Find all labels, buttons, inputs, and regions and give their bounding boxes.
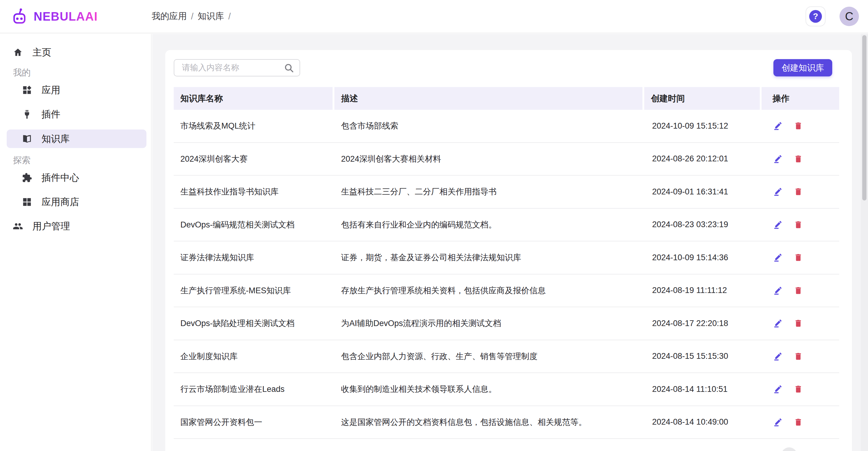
kb-created-cell: 2024-09-01 16:31:41 (644, 187, 760, 197)
sidebar-item-plugin-center[interactable]: 插件中心 (0, 169, 151, 186)
table-header-row: 知识库名称 描述 创建时间 操作 (174, 87, 839, 110)
edit-pencil-icon (773, 253, 782, 262)
sidebar-item-home[interactable]: 主页 (0, 44, 151, 61)
table-row: 生产执行管理系统-MES知识库 存放生产执行管理系统相关资料，包括供应商及报价信… (174, 274, 839, 307)
delete-button[interactable] (793, 121, 803, 131)
puzzle-icon (22, 173, 32, 183)
edit-button[interactable] (773, 186, 783, 197)
plug-icon (22, 109, 32, 120)
table-row: 企业制度知识库 包含企业内部人力资源、行政、生产、销售等管理制度 2024-08… (174, 340, 839, 373)
kb-desc-cell: 这是国家管网公开的文档资料信息包，包括设施信息、相关规范等。 (334, 417, 643, 428)
kb-created-cell: 2024-08-14 11:10:51 (644, 385, 760, 394)
edit-button[interactable] (773, 121, 783, 131)
kb-created-cell: 2024-08-14 10:49:00 (644, 417, 760, 427)
kb-name-cell: DevOps-缺陷处理相关测试文档 (174, 318, 333, 329)
edit-button[interactable] (773, 285, 783, 296)
col-header-created: 创建时间 (644, 87, 760, 110)
apps-icon (22, 85, 32, 95)
book-icon (22, 134, 32, 144)
help-button[interactable]: ? (806, 6, 826, 26)
kb-desc-cell: 2024深圳创客大赛相关材料 (334, 153, 643, 164)
sidebar-item-label: 知识库 (41, 132, 70, 145)
page-scrollbar-track[interactable] (861, 34, 868, 451)
kb-actions-cell (762, 121, 839, 131)
table-row: 2024深圳创客大赛 2024深圳创客大赛相关材料 2024-08-26 20:… (174, 143, 839, 176)
breadcrumb-my-apps[interactable]: 我的应用 (152, 10, 187, 23)
home-icon (13, 47, 23, 58)
main-area: 创建知识库 知识库名称 描述 创建时间 操作 市场线索及MQL统计 包含市场部线… (152, 34, 868, 451)
kb-created-cell: 2024-08-19 11:11:12 (644, 286, 760, 295)
avatar[interactable]: C (839, 7, 859, 26)
delete-button[interactable] (793, 252, 803, 263)
sidebar-item-label: 主页 (32, 46, 51, 59)
app-root: NEBULAAI 我的应用 / 知识库 / ? C 主页 我的 应用 (0, 0, 868, 451)
edit-button[interactable] (773, 351, 783, 362)
sidebar-item-knowledge-base[interactable]: 知识库 (7, 129, 147, 148)
edit-button[interactable] (773, 252, 783, 263)
kb-actions-cell (762, 186, 839, 197)
delete-button[interactable] (793, 384, 803, 394)
edit-pencil-icon (773, 154, 782, 163)
kb-created-cell: 2024-10-09 15:14:36 (644, 253, 760, 262)
trash-icon (794, 121, 803, 130)
kb-name-cell: 证券法律法规知识库 (174, 252, 333, 263)
edit-pencil-icon (773, 418, 782, 427)
users-icon (13, 221, 23, 232)
search-icon[interactable] (284, 63, 294, 73)
kb-desc-cell: 存放生产执行管理系统相关资料，包括供应商及报价信息 (334, 285, 643, 296)
kb-created-cell: 2024-08-26 20:12:01 (644, 154, 760, 163)
kb-desc-cell: 为AI辅助DevOps流程演示用的相关测试文档 (334, 318, 643, 329)
kb-name-cell: 国家管网公开资料包一 (174, 417, 333, 428)
edit-button[interactable] (773, 318, 783, 328)
brand-logo[interactable]: NEBULAAI (10, 7, 152, 26)
kb-actions-cell (762, 351, 839, 362)
kb-desc-cell: 包含企业内部人力资源、行政、生产、销售等管理制度 (334, 351, 643, 362)
trash-icon (794, 418, 803, 427)
kb-actions-cell (762, 154, 839, 164)
page-scrollbar-thumb[interactable] (862, 35, 867, 201)
edit-button[interactable] (773, 154, 783, 164)
toolbar: 创建知识库 (174, 59, 843, 77)
header-actions: ? C (806, 6, 859, 26)
delete-button[interactable] (793, 285, 803, 296)
search-box (174, 59, 300, 77)
delete-button[interactable] (793, 417, 803, 427)
edit-button[interactable] (773, 219, 783, 230)
delete-button[interactable] (793, 318, 803, 328)
content-card: 创建知识库 知识库名称 描述 创建时间 操作 市场线索及MQL统计 包含市场部线… (165, 50, 852, 451)
delete-button[interactable] (793, 351, 803, 362)
trash-icon (794, 319, 803, 328)
kb-created-cell: 2024-08-17 22:20:18 (644, 319, 760, 328)
edit-button[interactable] (773, 417, 783, 427)
kb-actions-cell (762, 252, 839, 263)
trash-icon (794, 154, 803, 163)
table-row: 国家管网公开资料包一 这是国家管网公开的文档资料信息包，包括设施信息、相关规范等… (174, 406, 839, 439)
kb-actions-cell (762, 384, 839, 394)
delete-button[interactable] (793, 186, 803, 197)
sidebar-item-user-management[interactable]: 用户管理 (0, 218, 151, 235)
robot-logo-icon (10, 7, 29, 26)
kb-desc-cell: 生益科技二三分厂、二分厂相关作用指导书 (334, 186, 643, 197)
kb-desc-cell: 收集到的制造业相关技术领导联系人信息。 (334, 384, 643, 395)
delete-button[interactable] (793, 219, 803, 230)
edit-pencil-icon (773, 187, 782, 196)
breadcrumb-knowledge-base[interactable]: 知识库 (198, 10, 224, 23)
sidebar-section-explore: 探索 (0, 155, 151, 166)
kb-name-cell: DevOps-编码规范相关测试文档 (174, 219, 333, 230)
edit-pencil-icon (773, 352, 782, 361)
kb-name-cell: 市场线索及MQL统计 (174, 120, 333, 131)
delete-button[interactable] (793, 154, 803, 164)
kb-name-cell: 企业制度知识库 (174, 351, 333, 362)
sidebar-item-app-store[interactable]: 应用商店 (0, 193, 151, 210)
sidebar-item-apps[interactable]: 应用 (0, 82, 151, 98)
sidebar-item-plugins[interactable]: 插件 (0, 106, 151, 123)
create-kb-button[interactable]: 创建知识库 (773, 59, 832, 77)
edit-pencil-icon (773, 385, 782, 394)
col-header-actions: 操作 (762, 87, 839, 110)
sidebar-item-label: 应用商店 (41, 196, 79, 208)
edit-pencil-icon (773, 286, 782, 295)
edit-button[interactable] (773, 384, 783, 394)
trash-icon (794, 385, 803, 394)
edit-pencil-icon (773, 220, 782, 229)
search-input[interactable] (174, 59, 300, 77)
